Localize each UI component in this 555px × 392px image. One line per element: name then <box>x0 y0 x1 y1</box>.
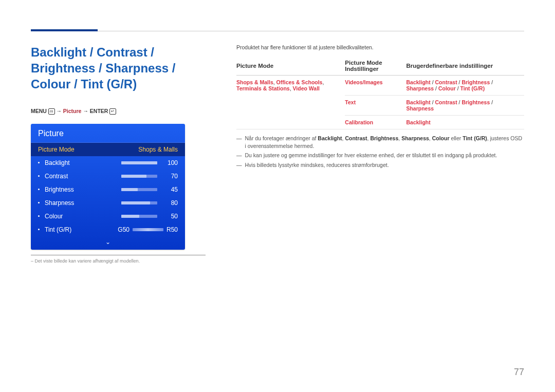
intro-text: Produktet har flere funktioner til at ju… <box>236 44 524 50</box>
slider[interactable] <box>121 161 157 164</box>
page-title: Backlight / Contrast / Brightness / Shar… <box>31 44 206 92</box>
osd-row[interactable]: Colour50 <box>31 210 185 223</box>
osd-panel: Picture Picture Mode Shops & Malls Backl… <box>31 124 185 250</box>
table-row: Shops & Malls, Offices & Schools, Termin… <box>236 76 524 96</box>
osd-title: Picture <box>31 124 185 143</box>
slider[interactable] <box>121 175 157 178</box>
settings-table: Picture Mode Picture Mode Indstillinger … <box>236 58 524 129</box>
tint-slider[interactable] <box>133 228 163 231</box>
notes: ―Når du foretager ændringer af Backlight… <box>236 135 524 169</box>
chevron-down-icon[interactable]: ⌄ <box>31 236 185 250</box>
osd-row[interactable]: Sharpness80 <box>31 196 185 210</box>
menu-icon: m <box>48 108 55 115</box>
menu-path: MENU m → Picture → ENTER ↵ <box>31 108 206 115</box>
slider[interactable] <box>121 188 157 191</box>
osd-row-picture-mode[interactable]: Picture Mode Shops & Malls <box>31 143 185 156</box>
slider[interactable] <box>121 215 157 218</box>
accent-bar <box>31 29 98 31</box>
osd-row[interactable]: Backlight100 <box>31 156 185 170</box>
enter-icon: ↵ <box>109 108 116 115</box>
osd-row-tint[interactable]: Tint (G/R) G50 R50 <box>31 223 185 236</box>
page-number: 77 <box>514 367 524 378</box>
slider[interactable] <box>121 201 157 204</box>
osd-row[interactable]: Brightness45 <box>31 183 185 196</box>
osd-row[interactable]: Contrast70 <box>31 170 185 183</box>
footnote: – Det viste billede kan variere afhængig… <box>31 258 206 264</box>
